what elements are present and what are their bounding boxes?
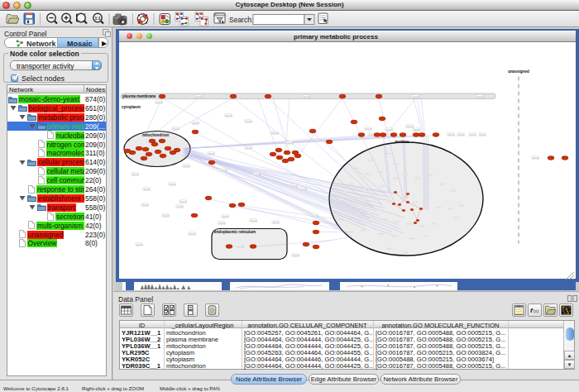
svg-text:(xxxxx): (xxxxx) [192, 121, 199, 124]
svg-text:cytoplasm: cytoplasm [122, 105, 141, 109]
svg-text:(xxxxx): (xxxxx) [303, 94, 309, 98]
svg-text:(xxxx): (xxxx) [459, 204, 464, 206]
svg-text:(xxxxx): (xxxxx) [292, 253, 299, 256]
svg-text:(xxxx): (xxxx) [366, 173, 371, 174]
svg-text:(xxxx): (xxxx) [393, 235, 398, 237]
svg-text:(xxxx): (xxxx) [343, 191, 348, 193]
svg-text:(xxxx): (xxxx) [419, 225, 424, 227]
svg-text:(xxxxx): (xxxxx) [412, 94, 419, 98]
svg-text:plasma membrane: plasma membrane [122, 94, 156, 98]
svg-text:(xxxx): (xxxx) [378, 232, 383, 234]
svg-text:(xxxx): (xxxx) [349, 183, 354, 184]
svg-text:(xxxxx): (xxxxx) [208, 151, 214, 155]
svg-text:(xxxxx): (xxxxx) [156, 100, 162, 103]
svg-text:(xxxx): (xxxx) [382, 218, 387, 220]
svg-text:(xxxx): (xxxx) [436, 206, 441, 208]
svg-text:(xxxxx): (xxxxx) [311, 213, 318, 217]
svg-text:(xxxxx): (xxxxx) [218, 221, 225, 224]
svg-text:(xxxxx): (xxxxx) [169, 182, 175, 185]
svg-text:(xxxx): (xxxx) [353, 167, 358, 169]
svg-text:(xxxx): (xxxx) [386, 247, 391, 249]
svg-text:(xxxx): (xxxx) [423, 235, 428, 237]
svg-text:(xxxx): (xxxx) [401, 198, 406, 199]
svg-text:(xxxxx): (xxxxx) [245, 119, 251, 122]
svg-text:(xxxx): (xxxx) [361, 188, 366, 189]
svg-text:(xxxxx): (xxxxx) [183, 164, 189, 167]
svg-text:(xxxxx): (xxxxx) [413, 127, 419, 131]
svg-text:(xxxx): (xxxx) [407, 222, 412, 224]
svg-text:(xxxx): (xxxx) [386, 152, 391, 154]
svg-text:(xxxxx): (xxxxx) [195, 94, 202, 98]
svg-text:(xxxxx): (xxxxx) [272, 220, 279, 223]
svg-text:(xxxxx): (xxxxx) [479, 132, 486, 136]
svg-text:(xxxx): (xxxx) [428, 174, 433, 176]
svg-text:(xxxx): (xxxx) [432, 222, 437, 224]
svg-text:(xxxxx): (xxxxx) [176, 204, 183, 208]
svg-text:(xxxx): (xxxx) [395, 221, 400, 222]
svg-text:(xxxxx): (xxxxx) [476, 94, 483, 98]
svg-text:(xxxxx): (xxxxx) [141, 203, 148, 206]
svg-text:(xxxxx): (xxxxx) [286, 141, 293, 144]
svg-text:(xxxx): (xxxx) [361, 198, 366, 199]
svg-text:(xxxxx): (xxxxx) [245, 146, 251, 149]
svg-text:(xxxxx): (xxxxx) [189, 232, 195, 235]
svg-text:(xxxxx): (xxxxx) [447, 132, 454, 136]
svg-text:(xxxx): (xxxx) [393, 177, 398, 179]
svg-text:(xxxx): (xxxx) [403, 251, 408, 253]
svg-text:1:1: 1:1 [94, 16, 100, 21]
svg-text:(xxxxx): (xxxxx) [179, 199, 186, 203]
svg-text:nucleus: nucleus [395, 140, 409, 144]
svg-text:(xxxxx): (xxxxx) [250, 218, 256, 222]
svg-text:(xxxxx): (xxxxx) [225, 113, 232, 117]
svg-text:(x): (x) [534, 308, 539, 313]
svg-text:(xxxxx): (xxxxx) [162, 213, 169, 217]
svg-text:(xxxxx): (xxxxx) [132, 172, 138, 175]
svg-text:(xxxx): (xxxx) [368, 159, 373, 160]
svg-text:(xxxxx): (xxxxx) [457, 132, 464, 136]
svg-text:(xxxxx): (xxxxx) [469, 132, 476, 136]
svg-text:(xxxxx): (xxxxx) [220, 168, 227, 171]
svg-text:(xxxx): (xxxx) [386, 200, 391, 202]
svg-text:(xxxx): (xxxx) [378, 170, 383, 172]
svg-text:(xxxxx): (xxxxx) [222, 214, 228, 218]
svg-text:(xxxx): (xxxx) [409, 237, 414, 239]
svg-text:(xxxx): (xxxx) [403, 173, 408, 174]
svg-text:(xxxxx): (xxxxx) [172, 127, 179, 130]
svg-text:(xxxx): (xxxx) [393, 163, 398, 165]
svg-text:(xxxx): (xxxx) [415, 177, 420, 179]
svg-text:unassigned: unassigned [508, 69, 529, 73]
svg-text:(xxxxx): (xxxxx) [237, 244, 243, 247]
svg-text:(xxxx): (xxxx) [448, 208, 453, 209]
svg-text:(xxxxx): (xxxxx) [271, 131, 278, 134]
svg-text:(xxxxx): (xxxxx) [365, 127, 371, 130]
svg-text:(xxxx): (xxxx) [423, 204, 428, 206]
svg-text:(xxxxx): (xxxxx) [136, 242, 142, 246]
svg-text:(xxxx): (xxxx) [349, 202, 354, 203]
svg-text:(xxxx): (xxxx) [374, 198, 379, 199]
svg-text:(xxxxx): (xxxxx) [143, 187, 150, 190]
svg-text:(xxxx): (xxxx) [380, 185, 385, 187]
svg-text:(xxxxx): (xxxxx) [290, 184, 297, 187]
svg-text:(xxxx): (xxxx) [361, 229, 366, 231]
svg-text:(xxxxx): (xxxxx) [406, 124, 413, 127]
svg-text:(xxxx): (xxxx) [440, 183, 445, 184]
svg-text:(xxxx): (xxxx) [454, 216, 459, 218]
svg-text:(xxxxx): (xxxxx) [532, 155, 538, 159]
svg-text:(xxxx): (xxxx) [451, 189, 456, 191]
svg-text:(xxxx): (xxxx) [413, 201, 418, 203]
svg-text:(xxxxx): (xxxxx) [299, 187, 306, 190]
svg-text:(xxxxx): (xxxxx) [253, 172, 260, 175]
svg-text:(xxxx): (xxxx) [355, 213, 360, 214]
svg-text:Search:: Search: [229, 16, 253, 24]
svg-text:endoplasmic reticulum: endoplasmic reticulum [214, 230, 256, 234]
svg-text:mitochondrion: mitochondrion [142, 132, 169, 136]
svg-text:(xxxxx): (xxxxx) [385, 127, 392, 131]
svg-text:(xxxx): (xxxx) [368, 216, 373, 218]
